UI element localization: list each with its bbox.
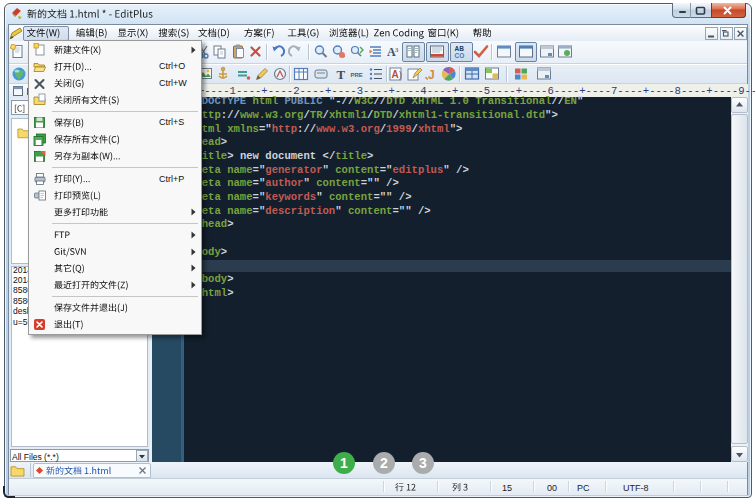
svg-text:3: 3 (395, 46, 399, 54)
svg-text:A: A (392, 69, 399, 80)
svg-text:CO: CO (455, 52, 465, 59)
svg-text:): ) (399, 70, 402, 80)
svg-text:J: J (428, 68, 435, 82)
svg-text:PRE: PRE (351, 72, 363, 78)
svg-text:AB: AB (455, 45, 465, 52)
svg-text:T: T (337, 67, 346, 82)
